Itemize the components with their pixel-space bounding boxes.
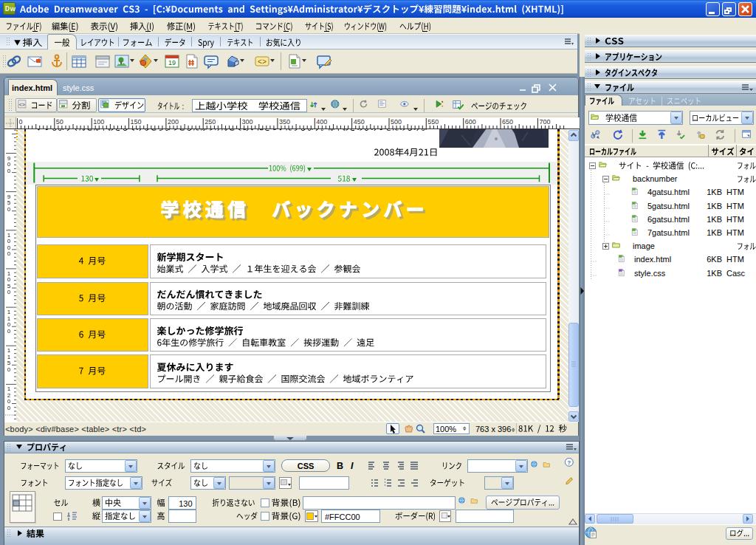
svg-text:?: ? [567, 459, 571, 466]
